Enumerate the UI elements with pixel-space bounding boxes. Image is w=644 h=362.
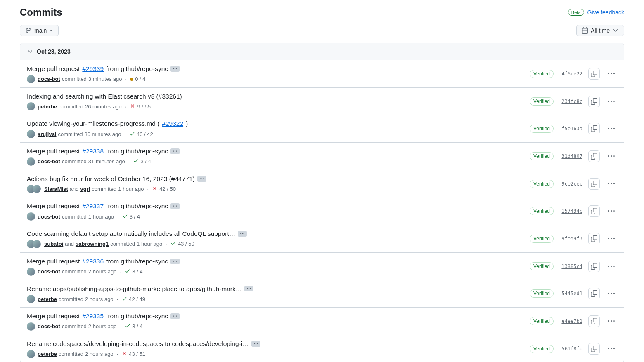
- more-actions-button[interactable]: [606, 315, 617, 327]
- avatar[interactable]: [27, 75, 35, 83]
- commit-title[interactable]: Actions bug fix hour for week of October…: [27, 174, 530, 183]
- expand-message-button[interactable]: [170, 66, 180, 72]
- commit-sha-link[interactable]: f5e163a: [559, 126, 582, 132]
- verified-badge[interactable]: Verified: [530, 180, 554, 188]
- checks-count[interactable]: 43 / 50: [178, 241, 194, 247]
- check-pass-icon[interactable]: [129, 131, 135, 138]
- author-link[interactable]: vgrl: [80, 186, 90, 192]
- expand-message-button[interactable]: [251, 341, 260, 347]
- commit-sha-link[interactable]: 157434c: [559, 208, 582, 214]
- check-pass-icon[interactable]: [133, 158, 139, 165]
- copy-sha-button[interactable]: [588, 233, 600, 244]
- commit-title[interactable]: Merge pull request #29337 from github/re…: [27, 202, 530, 211]
- expand-message-button[interactable]: [170, 203, 180, 209]
- check-pass-icon[interactable]: [170, 240, 176, 247]
- pr-link[interactable]: #29336: [82, 257, 104, 266]
- expand-message-button[interactable]: [238, 231, 247, 237]
- commit-title[interactable]: Merge pull request #29336 from github/re…: [27, 257, 530, 266]
- commit-sha-link[interactable]: 9ce2cec: [559, 181, 582, 187]
- check-pending-icon[interactable]: [130, 78, 133, 81]
- date-group-header[interactable]: Oct 23, 2023: [20, 43, 624, 60]
- pr-link[interactable]: #29337: [82, 202, 104, 211]
- commit-title[interactable]: Rename codespaces/developing-in-codespac…: [27, 339, 530, 348]
- more-actions-button[interactable]: [606, 96, 617, 107]
- check-pass-icon[interactable]: [121, 296, 127, 303]
- verified-badge[interactable]: Verified: [530, 345, 554, 353]
- commit-title[interactable]: Merge pull request #29339 from github/re…: [27, 64, 530, 73]
- avatar[interactable]: [33, 185, 41, 193]
- checks-count[interactable]: 42 / 49: [129, 296, 145, 302]
- expand-message-button[interactable]: [170, 148, 180, 154]
- commit-title[interactable]: Merge pull request #29338 from github/re…: [27, 147, 530, 156]
- verified-badge[interactable]: Verified: [530, 125, 554, 133]
- more-actions-button[interactable]: [606, 150, 617, 162]
- author-link[interactable]: docs-bot: [38, 268, 60, 275]
- avatar[interactable]: [27, 268, 35, 276]
- verified-badge[interactable]: Verified: [530, 317, 554, 325]
- pr-link[interactable]: #29335: [82, 312, 104, 321]
- avatar[interactable]: [33, 240, 41, 248]
- verified-badge[interactable]: Verified: [530, 262, 554, 270]
- verified-badge[interactable]: Verified: [530, 97, 554, 106]
- author-link[interactable]: peterbe: [38, 103, 57, 110]
- commit-title[interactable]: Merge pull request #29335 from github/re…: [27, 312, 530, 321]
- checks-count[interactable]: 42 / 50: [159, 186, 176, 192]
- avatar[interactable]: [27, 102, 35, 110]
- copy-sha-button[interactable]: [588, 205, 600, 217]
- copy-sha-button[interactable]: [588, 150, 600, 162]
- expand-message-button[interactable]: [244, 286, 253, 291]
- author-link[interactable]: arujjval: [38, 131, 57, 137]
- check-fail-icon[interactable]: [121, 350, 127, 357]
- avatar[interactable]: [27, 322, 35, 331]
- expand-message-button[interactable]: [170, 259, 180, 264]
- checks-count[interactable]: 40 / 42: [137, 131, 153, 137]
- expand-message-button[interactable]: [197, 176, 206, 182]
- checks-count[interactable]: 9 / 55: [137, 103, 151, 110]
- avatar[interactable]: [27, 212, 35, 221]
- author-link[interactable]: docs-bot: [38, 323, 60, 329]
- verified-badge[interactable]: Verified: [530, 289, 554, 298]
- more-actions-button[interactable]: [606, 68, 617, 80]
- check-pass-icon[interactable]: [125, 268, 130, 275]
- verified-badge[interactable]: Verified: [530, 152, 554, 160]
- avatar[interactable]: [27, 130, 35, 138]
- branch-selector-button[interactable]: main: [20, 25, 59, 36]
- more-actions-button[interactable]: [606, 288, 617, 299]
- avatar[interactable]: [27, 350, 35, 358]
- checks-count[interactable]: 3 / 4: [140, 158, 151, 165]
- commit-title[interactable]: Code scanning default setup automaticall…: [27, 229, 530, 238]
- author-link[interactable]: docs-bot: [38, 158, 60, 165]
- commit-sha-link[interactable]: 234fc8c: [559, 99, 582, 104]
- check-fail-icon[interactable]: [130, 103, 135, 110]
- check-pass-icon[interactable]: [122, 213, 128, 220]
- author-link[interactable]: sabrowning1: [76, 241, 109, 247]
- copy-sha-button[interactable]: [588, 68, 600, 80]
- checks-count[interactable]: 3 / 4: [132, 268, 142, 275]
- copy-sha-button[interactable]: [588, 178, 600, 190]
- author-link[interactable]: docs-bot: [38, 214, 60, 220]
- author-link[interactable]: peterbe: [38, 351, 57, 357]
- checks-count[interactable]: 3 / 4: [132, 323, 142, 329]
- avatar[interactable]: [27, 157, 35, 166]
- check-fail-icon[interactable]: [152, 186, 158, 193]
- more-actions-button[interactable]: [606, 205, 617, 217]
- checks-count[interactable]: 3 / 4: [130, 214, 140, 220]
- verified-badge[interactable]: Verified: [530, 70, 554, 78]
- more-actions-button[interactable]: [606, 343, 617, 355]
- author-link[interactable]: docs-bot: [38, 76, 60, 82]
- copy-sha-button[interactable]: [588, 123, 600, 134]
- commit-title[interactable]: Rename apps/publishing-apps-to-github-ma…: [27, 284, 530, 294]
- commit-sha-link[interactable]: 31d4807: [559, 153, 582, 159]
- checks-count[interactable]: 0 / 4: [135, 76, 145, 82]
- commit-title[interactable]: Update viewing-your-milestones-progress.…: [27, 119, 530, 128]
- verified-badge[interactable]: Verified: [530, 235, 554, 243]
- pr-link[interactable]: #29339: [82, 64, 104, 73]
- commit-title[interactable]: Indexing and searching with Elasticsearc…: [27, 92, 530, 101]
- commit-sha-link[interactable]: 9fed9f3: [559, 236, 582, 242]
- author-link[interactable]: peterbe: [38, 296, 57, 302]
- more-actions-button[interactable]: [606, 261, 617, 272]
- commit-sha-link[interactable]: 13885c4: [559, 263, 582, 269]
- avatar[interactable]: [27, 295, 35, 303]
- pr-link[interactable]: #29338: [82, 147, 104, 156]
- commit-sha-link[interactable]: 4f6ce22: [559, 71, 582, 77]
